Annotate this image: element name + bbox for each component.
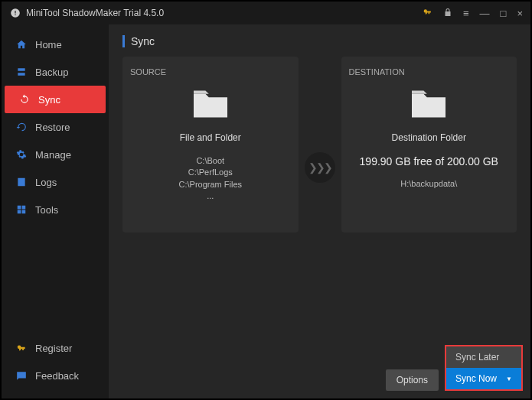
- folder-icon: [407, 87, 450, 123]
- app-window: MiniTool ShadowMaker Trial 4.5.0 ≡ — □ ×…: [0, 0, 532, 400]
- destination-label: Destination Folder: [392, 132, 466, 143]
- sidebar: Home Backup Sync Restore Manage: [2, 24, 109, 398]
- backup-icon: [15, 66, 28, 78]
- page-header: Sync: [122, 35, 517, 47]
- close-button[interactable]: ×: [517, 8, 523, 19]
- sidebar-item-label: Feedback: [35, 370, 79, 382]
- sidebar-item-label: Backup: [35, 67, 68, 78]
- page-title: Sync: [131, 35, 155, 47]
- sidebar-item-label: Logs: [35, 177, 57, 188]
- key-icon: [15, 342, 28, 354]
- arrow-icon: ❯❯❯: [305, 152, 335, 183]
- sync-now-button[interactable]: Sync Now ▼: [446, 368, 521, 389]
- minimize-button[interactable]: —: [480, 8, 490, 19]
- sync-later-option[interactable]: Sync Later: [446, 346, 521, 368]
- source-panel[interactable]: SOURCE File and Folder C:\Boot C:\PerfLo…: [122, 57, 299, 233]
- manage-icon: [15, 148, 28, 161]
- folder-icon: [189, 87, 232, 123]
- home-icon: [15, 38, 28, 50]
- lock-icon[interactable]: [443, 8, 452, 19]
- destination-heading: DESTINATION: [349, 67, 405, 76]
- window-title: MiniTool ShadowMaker Trial 4.5.0: [26, 8, 423, 18]
- destination-storage: 199.90 GB free of 200.00 GB: [360, 155, 498, 167]
- source-heading: SOURCE: [130, 67, 166, 76]
- sidebar-item-label: Manage: [35, 149, 71, 161]
- destination-path: H:\backupdata\: [400, 178, 457, 190]
- sync-icon: [18, 93, 31, 106]
- sidebar-item-label: Sync: [38, 94, 60, 106]
- feedback-icon: [15, 369, 28, 382]
- sidebar-item-backup[interactable]: Backup: [2, 58, 109, 86]
- sync-dropdown: Sync Later Sync Now ▼: [445, 345, 523, 391]
- sidebar-item-manage[interactable]: Manage: [2, 141, 109, 168]
- source-label: File and Folder: [180, 132, 241, 143]
- logs-icon: [15, 176, 28, 188]
- tools-icon: [15, 203, 28, 216]
- sidebar-item-tools[interactable]: Tools: [2, 196, 109, 223]
- footer-actions: Options Sync Later Sync Now ▼: [386, 345, 523, 391]
- sidebar-item-label: Home: [35, 39, 62, 50]
- menu-icon[interactable]: ≡: [463, 8, 469, 19]
- sidebar-item-sync[interactable]: Sync: [5, 86, 106, 113]
- chevron-down-icon: ▼: [506, 376, 512, 382]
- destination-panel[interactable]: DESTINATION Destination Folder 199.90 GB…: [341, 57, 517, 233]
- key-icon[interactable]: [423, 7, 432, 19]
- options-button[interactable]: Options: [386, 369, 439, 391]
- sidebar-item-label: Register: [35, 343, 72, 354]
- source-paths: C:\Boot C:\PerfLogs C:\Program Files ...: [178, 155, 242, 203]
- sidebar-item-restore[interactable]: Restore: [2, 113, 109, 141]
- sidebar-item-label: Tools: [35, 204, 58, 216]
- app-logo-icon: [9, 7, 21, 19]
- sidebar-item-register[interactable]: Register: [2, 334, 109, 362]
- sidebar-item-feedback[interactable]: Feedback: [2, 362, 109, 389]
- sidebar-item-label: Restore: [35, 122, 70, 133]
- main-content: Sync SOURCE File and Folder C:\Boot C:\P…: [109, 24, 530, 398]
- maximize-button[interactable]: □: [501, 8, 507, 19]
- sidebar-item-logs[interactable]: Logs: [2, 168, 109, 196]
- titlebar: MiniTool ShadowMaker Trial 4.5.0 ≡ — □ ×: [2, 2, 530, 24]
- sidebar-item-home[interactable]: Home: [2, 31, 109, 58]
- restore-icon: [15, 121, 28, 133]
